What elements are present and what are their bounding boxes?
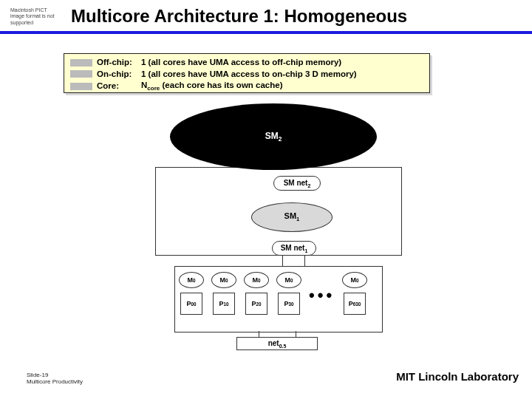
info-value: 1 (all cores have UMA access to on-chip …	[141, 69, 357, 81]
smnet1-label: SM net1	[281, 244, 308, 253]
info-row-onchip: On-chip: 1 (all cores have UMA access to…	[70, 69, 423, 81]
info-label: On-chip:	[97, 69, 141, 81]
footer-org: MIT Lincoln Laboratory	[396, 370, 519, 383]
ellipsis-icon: •••	[309, 282, 335, 305]
p-box: P20	[245, 293, 267, 315]
info-value: Ncore (each core has its own cache)	[141, 80, 282, 93]
m-ellipse: M0	[342, 272, 367, 288]
ncore-rest: (each core has its own cache)	[160, 81, 282, 89]
smnet1-box: SM net1	[272, 241, 316, 256]
p-box: P00	[180, 293, 202, 315]
core-unit-0: M0 P00	[179, 272, 204, 315]
core-unit-last: M0 P630	[342, 272, 367, 315]
m-ellipse: M0	[211, 272, 236, 288]
info-label: Core:	[97, 81, 141, 92]
p-box: P10	[213, 293, 235, 315]
m-ellipse: M0	[276, 272, 301, 288]
p-box: P30	[278, 293, 300, 315]
swatch-icon	[70, 70, 92, 78]
core-unit-3: M0 P30	[276, 272, 301, 315]
core-unit-2: M0 P20	[244, 272, 269, 315]
info-row-core: Core: Ncore (each core has its own cache…	[70, 80, 423, 93]
m-ellipse: M0	[244, 272, 269, 288]
sm1-ellipse: SM1	[251, 202, 332, 232]
smnet2-box: SM net2	[273, 176, 321, 191]
swatch-icon	[70, 83, 92, 90]
page-title: Multicore Architecture 1: Homogeneous	[71, 6, 407, 27]
p-box: P630	[344, 293, 366, 315]
net05-box: net0.5	[236, 337, 318, 350]
pict-placeholder: Macintosh PICT image format is not suppo…	[10, 7, 58, 26]
info-box: Off-chip: 1 (all cores have UMA access t…	[64, 53, 430, 93]
m-ellipse: M0	[179, 272, 204, 288]
info-label: Off-chip:	[97, 57, 141, 69]
smnet2-label: SM net2	[284, 179, 311, 188]
sm2-label: SM2	[265, 131, 282, 143]
title-underline	[0, 31, 532, 34]
swatch-icon	[70, 59, 92, 66]
deck-name: Multicore Productivity	[27, 378, 83, 386]
core-unit-1: M0 P10	[211, 272, 236, 315]
footer-left: Slide-19 Multicore Productivity	[27, 372, 83, 386]
net05-label: net0.5	[268, 339, 287, 349]
sm2-ellipse: SM2	[170, 103, 377, 170]
core-row: M0 P00 M0 P10 M0 P20 M0 P30 ••• M0 P630	[179, 272, 367, 315]
info-row-offchip: Off-chip: 1 (all cores have UMA access t…	[70, 57, 423, 69]
ncore-sub: core	[147, 85, 160, 92]
info-box-body: Off-chip: 1 (all cores have UMA access t…	[64, 53, 430, 93]
slide-number: Slide-19	[27, 372, 83, 379]
info-value: 1 (all cores have UMA access to off-chip…	[141, 57, 341, 69]
sm1-label: SM1	[284, 211, 300, 222]
architecture-diagram: SM2 SM net2 SM1 SM net1 M0 P00 M0 P10 M0…	[111, 103, 421, 352]
